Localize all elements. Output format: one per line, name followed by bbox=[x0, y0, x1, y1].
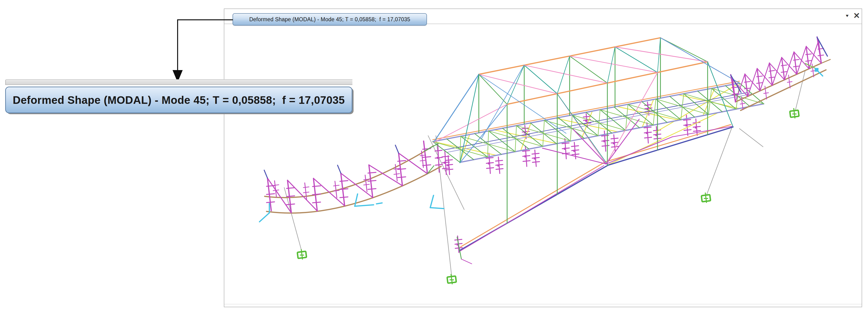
callout-title-bar: Deformed Shape (MODAL) - Mode 45; T = 0,… bbox=[5, 87, 352, 113]
support-elements bbox=[284, 70, 805, 285]
support-symbol bbox=[701, 192, 711, 203]
callout-window-edge bbox=[5, 79, 352, 85]
spring-glyphs bbox=[435, 102, 701, 253]
callout-title-text: Deformed Shape (MODAL) - Mode 45; T = 0,… bbox=[13, 94, 345, 107]
main-truss bbox=[433, 38, 764, 264]
model-viewport[interactable] bbox=[0, 0, 868, 315]
titlebar-zoom-callout: Deformed Shape (MODAL) - Mode 45; T = 0,… bbox=[5, 79, 352, 113]
support-symbol bbox=[789, 108, 799, 119]
support-symbol bbox=[297, 249, 307, 260]
annotation-arrow bbox=[173, 20, 232, 82]
right-approach-span bbox=[731, 37, 830, 110]
left-approach-span bbox=[264, 141, 441, 213]
